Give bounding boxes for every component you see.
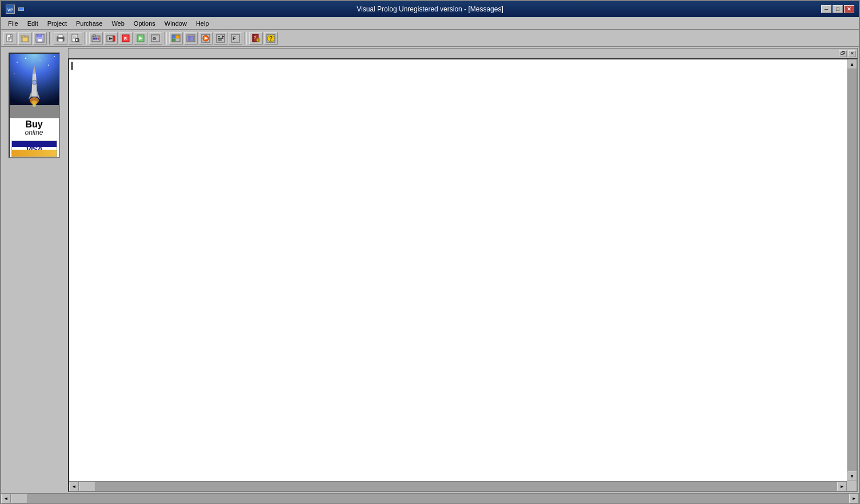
inner-restore-btn[interactable]: 🗗 [839, 50, 847, 57]
toolbar-new-proj-btn[interactable] [169, 32, 183, 45]
bottom-scrollbar[interactable]: ◄ ► [1, 493, 859, 503]
v-scroll-track [848, 69, 857, 471]
scroll-down-btn[interactable]: ▼ [847, 471, 857, 481]
svg-text:?: ? [269, 35, 273, 42]
svg-rect-11 [38, 39, 42, 42]
toolbar-open-btn[interactable] [18, 32, 32, 45]
menu-help[interactable]: Help [191, 19, 214, 28]
svg-rect-23 [93, 35, 95, 37]
func-icon: F [230, 33, 241, 43]
svg-text:?: ? [257, 39, 259, 42]
scroll-left-btn[interactable]: ◄ [69, 482, 79, 491]
restore-button[interactable]: □ [833, 5, 843, 13]
svg-rect-26 [98, 38, 99, 39]
banner-image [9, 54, 60, 118]
messages-panel[interactable]: ▲ ▼ ◄ ► [68, 58, 858, 492]
svg-rect-41 [188, 36, 194, 41]
svg-point-68 [54, 56, 55, 57]
svg-rect-25 [95, 38, 97, 39]
horizontal-scrollbar[interactable]: ◄ ► [69, 481, 847, 491]
step-icon [215, 33, 226, 43]
title-bar-buttons: ─ □ ✕ [821, 5, 854, 13]
toolbar-new-btn[interactable] [3, 32, 17, 45]
toolbar-func-btn[interactable]: F [229, 32, 242, 45]
svg-text:R: R [124, 37, 127, 41]
stop-icon: R [121, 33, 131, 43]
inner-window-controls: 🗗 ✕ [839, 50, 856, 57]
text-cursor [71, 62, 73, 70]
toolbar-question-btn[interactable]: ? [264, 32, 278, 45]
svg-point-63 [17, 62, 18, 63]
save-icon [35, 33, 45, 43]
toolbar-print-preview-btn[interactable] [69, 32, 82, 45]
inner-close-btn[interactable]: ✕ [848, 50, 856, 57]
bottom-scroll-thumb[interactable] [11, 494, 28, 503]
h-scroll-thumb[interactable] [79, 482, 96, 491]
visa-bottom-stripe [12, 150, 57, 157]
svg-rect-38 [176, 35, 179, 38]
question-icon: ? [266, 33, 276, 43]
svg-text:G: G [153, 36, 156, 41]
inner-title-bar: 🗗 ✕ [68, 48, 858, 58]
scroll-right-btn[interactable]: ► [837, 482, 847, 491]
toolbar-build-btn[interactable] [89, 32, 103, 45]
svg-rect-14 [58, 35, 63, 37]
h-scroll-track [79, 482, 837, 491]
svg-point-64 [25, 58, 26, 59]
main-window: VP Visual Prolog Unregistered version - … [0, 0, 860, 504]
svg-rect-10 [37, 34, 42, 37]
buy-online-banner[interactable]: Buy online VISA [9, 53, 60, 158]
go-icon: G [150, 33, 161, 43]
menu-window[interactable]: Window [160, 19, 191, 28]
run-icon [106, 33, 116, 43]
svg-point-67 [14, 73, 15, 74]
svg-rect-8 [22, 37, 28, 42]
scroll-up-btn[interactable]: ▲ [847, 59, 857, 69]
toolbar-stop-btn[interactable]: R [119, 32, 133, 45]
svg-rect-13 [58, 39, 63, 42]
svg-point-76 [33, 103, 36, 107]
vertical-scrollbar[interactable]: ▲ ▼ [847, 59, 857, 481]
title-app-badge [18, 7, 24, 11]
menu-purchase[interactable]: Purchase [71, 19, 107, 28]
toolbar-save-btn[interactable] [33, 32, 47, 45]
menu-options[interactable]: Options [129, 19, 160, 28]
title-bar: VP Visual Prolog Unregistered version - … [1, 1, 859, 17]
title-bar-left: VP [6, 5, 24, 14]
toolbar-run-btn[interactable] [104, 32, 118, 45]
menu-web[interactable]: Web [107, 19, 129, 28]
document-container: 🗗 ✕ ▲ ▼ ◄ [68, 48, 858, 492]
menu-edit[interactable]: Edit [23, 19, 43, 28]
toolbar-print-btn[interactable] [54, 32, 67, 45]
svg-rect-15 [62, 38, 63, 39]
toolbar-step-btn[interactable] [214, 32, 227, 45]
toolbar-help-icon-btn[interactable]: ? ? [249, 32, 263, 45]
build-icon [91, 33, 101, 43]
open-file-icon [20, 33, 30, 43]
bottom-scroll-right-btn[interactable]: ► [849, 494, 859, 503]
svg-text:?: ? [254, 35, 256, 39]
debug-icon [135, 33, 146, 43]
svg-point-65 [39, 60, 41, 61]
bottom-scroll-left-btn[interactable]: ◄ [1, 494, 11, 503]
svg-rect-39 [173, 39, 175, 41]
new-file-icon [5, 33, 15, 43]
visa-card[interactable]: VISA [11, 141, 57, 157]
svg-rect-62 [9, 105, 60, 118]
toolbar-sep-2 [85, 32, 87, 45]
window-title: Visual Prolog Unregistered version - [Me… [357, 5, 503, 13]
toolbar-go-btn[interactable]: G [149, 32, 162, 45]
sidebar: Buy online VISA [1, 47, 67, 493]
main-area: Buy online VISA 🗗 ✕ [1, 47, 859, 493]
toolbar-run2-btn[interactable] [199, 32, 213, 45]
close-button[interactable]: ✕ [844, 5, 854, 13]
toolbar: R G [1, 30, 859, 47]
toolbar-sep-3 [165, 32, 167, 45]
toolbar-debug-btn[interactable] [134, 32, 147, 45]
menu-project[interactable]: Project [43, 19, 71, 28]
minimize-button[interactable]: ─ [821, 5, 831, 13]
svg-point-66 [48, 65, 49, 66]
menu-file[interactable]: File [3, 19, 23, 28]
toolbar-open-proj-btn[interactable] [184, 32, 198, 45]
menu-bar: File Edit Project Purchase Web Options W… [1, 17, 859, 30]
